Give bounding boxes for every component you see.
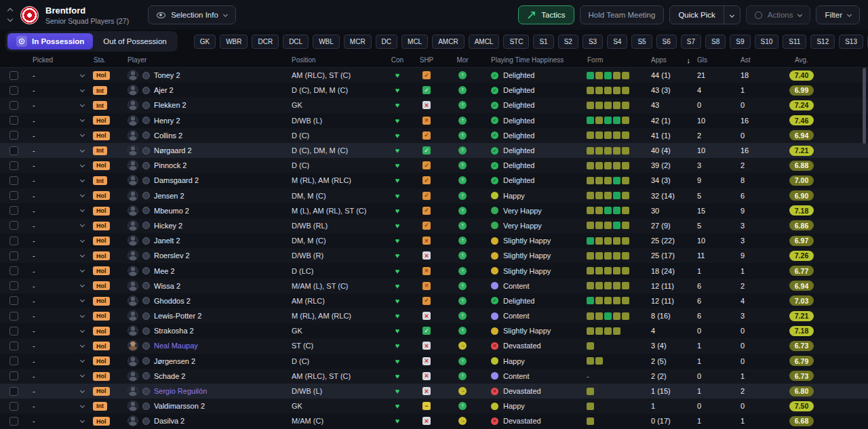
position-filter-button[interactable]: S8 [705, 35, 726, 49]
position-filter-button[interactable]: S12 [810, 35, 835, 49]
player-row[interactable]: - Int Flekken 2 GK ♥ Delighted 43 0 0 7.… [0, 98, 868, 113]
picked-dropdown[interactable]: - [23, 161, 91, 169]
picked-dropdown[interactable]: - [23, 146, 91, 155]
picked-dropdown[interactable]: - [23, 282, 91, 290]
row-checkbox[interactable] [9, 371, 18, 380]
position-filter-button[interactable]: DC [376, 35, 397, 49]
player-name[interactable]: Toney 2 [154, 71, 180, 79]
picked-dropdown[interactable]: - [23, 131, 91, 140]
position-filter-button[interactable]: S11 [783, 35, 806, 49]
position-filter-button[interactable]: DCL [283, 35, 309, 49]
row-checkbox[interactable] [9, 161, 18, 170]
player-row[interactable]: - Hol Neal Maupay ST (C) ♥ Devastated 3 … [0, 338, 868, 353]
player-row[interactable]: - Hol Strakosha 2 GK ♥ Slightly Happy 4 … [0, 323, 868, 338]
player-name[interactable]: Dasilva 2 [154, 417, 184, 425]
player-name[interactable]: Henry 2 [154, 117, 180, 125]
player-row[interactable]: - Hol Wissa 2 M/AM (L), ST (C) ♥ Content… [0, 279, 868, 293]
position-filter-button[interactable]: S13 [839, 35, 863, 49]
picked-dropdown[interactable]: - [23, 327, 91, 335]
picked-dropdown[interactable]: - [23, 207, 91, 215]
player-name[interactable]: Jørgensen 2 [154, 357, 195, 365]
player-row[interactable]: - Hol Ghoddos 2 AM (RLC) ♥ Delighted 12 … [0, 293, 868, 308]
picked-dropdown[interactable]: - [23, 372, 91, 380]
player-row[interactable]: - Hol Schade 2 AM (RLC), ST (C) ♥ Conten… [0, 369, 868, 384]
quick-pick-dropdown[interactable] [724, 6, 740, 24]
picked-dropdown[interactable]: - [23, 192, 91, 200]
position-filter-button[interactable]: S4 [607, 35, 627, 49]
player-name[interactable]: Lewis-Potter 2 [154, 312, 201, 320]
player-row[interactable]: - Hol Dasilva 2 M/AM (C) ♥ Devastated 0 … [0, 413, 868, 428]
row-checkbox[interactable] [9, 221, 18, 230]
row-checkbox[interactable] [9, 251, 18, 260]
picked-dropdown[interactable]: - [23, 117, 91, 125]
player-name[interactable]: Hickey 2 [154, 222, 182, 230]
player-row[interactable]: - Int Nørgaard 2 D (C), DM, M (C) ♥ Deli… [0, 143, 868, 158]
column-header-avg[interactable]: Avg. [781, 56, 822, 64]
position-filter-button[interactable]: S9 [730, 35, 750, 49]
picked-dropdown[interactable]: - [23, 267, 91, 275]
column-header-position[interactable]: Position [290, 56, 385, 64]
picked-dropdown[interactable]: - [23, 312, 91, 320]
position-filter-button[interactable]: S2 [558, 35, 578, 49]
position-filter-button[interactable]: MCL [401, 35, 428, 49]
player-row[interactable]: - Hol Jensen 2 DM, M (C) ♥ Happy 32 (14)… [0, 188, 868, 203]
column-header-picked[interactable]: Picked [23, 56, 91, 64]
position-filter-button[interactable]: S5 [631, 35, 652, 49]
column-header-form[interactable]: Form [585, 56, 650, 64]
column-header-gls[interactable]: Gls [696, 56, 739, 64]
column-header-apps[interactable]: Apps ↓ [650, 56, 696, 64]
column-header-sta[interactable]: Sta. [91, 56, 125, 64]
player-name[interactable]: Nørgaard 2 [154, 146, 192, 155]
position-filter-button[interactable]: S1 [533, 35, 553, 49]
picked-dropdown[interactable]: - [23, 297, 91, 305]
column-header-ast[interactable]: Ast [739, 56, 781, 64]
filter-button[interactable]: Filter [816, 5, 860, 24]
picked-dropdown[interactable]: - [23, 237, 91, 245]
row-checkbox[interactable] [9, 417, 18, 426]
row-checkbox[interactable] [9, 116, 18, 125]
row-checkbox[interactable] [9, 356, 18, 365]
player-row[interactable]: - Hol Collins 2 D (C) ♥ Delighted 41 (1)… [0, 128, 868, 143]
row-checkbox[interactable] [9, 101, 18, 110]
quick-pick-button[interactable]: Quick Pick [670, 6, 723, 24]
club-crest[interactable] [20, 6, 39, 24]
player-name[interactable]: Ghoddos 2 [154, 297, 191, 305]
picked-dropdown[interactable]: - [23, 86, 91, 94]
player-row[interactable]: - Hol Sergio Reguilón D/WB (L) ♥ Devasta… [0, 384, 868, 399]
position-filter-button[interactable]: GK [194, 35, 216, 49]
picked-dropdown[interactable]: - [23, 222, 91, 230]
chevron-up-icon[interactable] [7, 8, 13, 14]
player-name[interactable]: Strakosha 2 [154, 327, 194, 335]
picked-dropdown[interactable]: - [23, 357, 91, 365]
row-checkbox[interactable] [9, 191, 18, 200]
row-checkbox[interactable] [9, 176, 18, 185]
row-checkbox[interactable] [9, 266, 18, 275]
player-name[interactable]: Damsgaard 2 [154, 176, 199, 184]
player-name[interactable]: Ajer 2 [154, 86, 174, 94]
picked-dropdown[interactable]: - [23, 251, 91, 260]
player-row[interactable]: - Int Valdimarsson 2 GK ♥ Happy 1 0 0 7.… [0, 399, 868, 413]
position-filter-button[interactable]: S10 [755, 35, 779, 49]
position-filter-button[interactable]: AMCL [469, 35, 500, 49]
row-checkbox[interactable] [9, 402, 18, 411]
scrollbar-track[interactable] [863, 66, 866, 426]
player-name[interactable]: Flekken 2 [154, 101, 186, 109]
picked-dropdown[interactable]: - [23, 387, 91, 395]
position-filter-button[interactable]: S7 [681, 35, 701, 49]
position-filter-button[interactable]: AMCR [432, 35, 464, 49]
player-name[interactable]: Mee 2 [154, 267, 175, 275]
row-checkbox[interactable] [9, 146, 18, 155]
picked-dropdown[interactable]: - [23, 101, 91, 109]
player-row[interactable]: - Int Ajer 2 D (C), DM, M (C) ♥ Delighte… [0, 83, 868, 98]
row-checkbox[interactable] [9, 312, 18, 321]
player-name[interactable]: Mbeumo 2 [154, 207, 189, 215]
row-checkbox[interactable] [9, 296, 18, 305]
chevron-down-icon[interactable] [7, 16, 13, 22]
scrollbar-thumb[interactable] [863, 68, 866, 144]
player-row[interactable]: - Hol Janelt 2 DM, M (C) ♥ Slightly Happ… [0, 233, 868, 248]
row-checkbox[interactable] [9, 237, 18, 245]
position-filter-button[interactable]: STC [503, 35, 529, 49]
player-row[interactable]: - Hol Mee 2 D (LC) ♥ Slightly Happy 18 (… [0, 263, 868, 278]
column-header-happiness[interactable]: Playing Time Happiness [481, 56, 585, 64]
player-row[interactable]: - Int Damsgaard 2 M (RL), AM (RLC) ♥ Del… [0, 173, 868, 188]
